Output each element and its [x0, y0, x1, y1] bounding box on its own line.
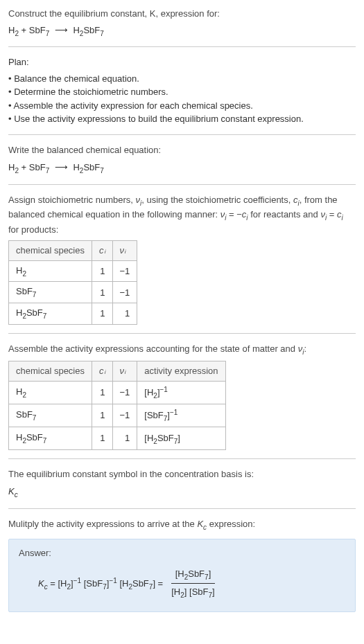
rel2-eq: =	[327, 209, 337, 220]
table-row: SbF7 1 −1	[9, 282, 137, 303]
table-header-row: chemical species cᵢ νᵢ activity expressi…	[9, 361, 226, 382]
kc: K	[8, 486, 15, 497]
den2: [SbF	[189, 587, 208, 597]
sp-a: H	[16, 265, 22, 276]
sp-sub2: 7	[43, 312, 47, 320]
kc-expression: Kc = [H2]−1 [SbF7]−1 [H2SbF7] = [H2SbF7]…	[38, 567, 345, 600]
sp-sub: 7	[33, 291, 37, 298]
th-vi-txt: νᵢ	[120, 245, 126, 256]
th-ci: cᵢ	[92, 241, 113, 261]
multiply-text-b: expression:	[207, 519, 255, 529]
plan-item: Determine the stoichiometric numbers.	[8, 85, 356, 99]
product-1a: H	[73, 162, 79, 172]
assign-text-a: Assign stoichiometric numbers,	[8, 195, 136, 205]
multiply-section: Mulitply the activity expressions to arr…	[8, 517, 356, 533]
th-activity: activity expression	[137, 361, 225, 382]
divider	[8, 46, 356, 47]
product-1b: SbF	[83, 25, 100, 35]
sp-a: SbF	[16, 286, 33, 296]
reaction-equation: H2 + SbF7 ⟶ H2SbF7	[8, 24, 356, 39]
act-close: ]	[177, 433, 180, 443]
kc-sub: c	[15, 491, 18, 499]
kc-fraction: [H2SbF7] [H2] [SbF7]	[167, 567, 218, 600]
sp-a: H	[16, 386, 22, 397]
cell-species: H2	[9, 381, 92, 404]
arrow-icon: ⟶	[55, 24, 68, 37]
sp-sub: 2	[22, 391, 26, 399]
num-close: ]	[209, 569, 211, 579]
eq2: =	[155, 578, 163, 589]
num-mid: SbF	[188, 569, 205, 579]
table-row: H2SbF7 1 1 [H2SbF7]	[9, 427, 226, 449]
table-row: H2 1 −1 [H2]−1	[9, 381, 226, 404]
plan-title: Plan:	[8, 55, 356, 69]
cell-activity: [SbF7]−1	[137, 404, 225, 427]
reactant-2: SbF	[29, 162, 46, 172]
answer-label: Answer:	[19, 546, 345, 560]
reactant-1: H	[8, 162, 15, 172]
divider	[8, 508, 356, 509]
t1: [H	[58, 578, 67, 589]
sp-a: H	[16, 307, 22, 318]
assemble-text-b: :	[304, 343, 306, 354]
rel-eq: = −	[226, 209, 241, 220]
table-header-row: chemical species cᵢ νᵢ	[9, 241, 137, 261]
plus-sign: +	[19, 162, 29, 172]
cell-activity: [H2SbF7]	[137, 427, 225, 449]
table-row: H2SbF7 1 1	[9, 303, 137, 325]
balanced-section: Write the balanced chemical equation: H2…	[8, 143, 356, 176]
cell-vi: −1	[112, 260, 137, 282]
den1: [H	[171, 587, 180, 597]
t3-mid: SbF	[132, 578, 149, 589]
reactant-1: H	[8, 25, 15, 35]
product-1b-sub: 7	[100, 29, 104, 37]
plan-item: Use the activity expressions to build th…	[8, 112, 356, 126]
cell-species: H2SbF7	[9, 427, 92, 449]
t2-sup: −1	[109, 577, 116, 584]
product-1b-sub: 7	[100, 167, 104, 175]
kc: K	[197, 519, 203, 529]
intro-line: Construct the equilibrium constant, K, e…	[8, 7, 356, 21]
act-sup: −1	[160, 386, 168, 393]
intro-text: Construct the equilibrium constant, K, e…	[8, 8, 220, 19]
stoich-table: chemical species cᵢ νᵢ H2 1 −1 SbF7 1 −1…	[8, 240, 137, 324]
multiply-text: Mulitply the activity expressions to arr…	[8, 517, 356, 533]
assign-text-b: , using the stoichiometric coefficients,	[141, 195, 293, 205]
balanced-equation: H2 + SbF7 ⟶ H2SbF7	[8, 161, 356, 176]
cell-ci: 1	[92, 303, 113, 325]
assemble-section: Assemble the activity expressions accoun…	[8, 342, 356, 450]
cell-activity: [H2]−1	[137, 381, 225, 404]
assemble-title: Assemble the activity expressions accoun…	[8, 342, 356, 357]
eq: =	[48, 578, 58, 589]
cell-species: SbF7	[9, 282, 92, 303]
sp-sub: 7	[33, 413, 37, 421]
reactant-2-sub: 7	[46, 29, 50, 37]
cell-ci: 1	[92, 260, 113, 282]
table-row: H2 1 −1	[9, 260, 137, 282]
th-vi: νᵢ	[112, 361, 137, 382]
arrow-icon: ⟶	[55, 161, 68, 175]
divider	[8, 333, 356, 334]
rel2-c-sub: i	[341, 214, 343, 222]
activity-table: chemical species cᵢ νᵢ activity expressi…	[8, 361, 226, 449]
reactant-2: SbF	[29, 25, 46, 35]
th-species: chemical species	[9, 361, 92, 382]
product-1a: H	[73, 25, 79, 35]
cell-species: H2	[9, 260, 92, 282]
cell-species: SbF7	[9, 404, 92, 427]
den2-close: ]	[212, 587, 215, 597]
th-ci-txt: cᵢ	[99, 245, 105, 256]
kc-symbol: Kc	[8, 485, 356, 500]
plan-item: Assemble the activity expression for eac…	[8, 99, 356, 113]
assemble-text-a: Assemble the activity expressions accoun…	[8, 343, 298, 354]
th-ci: cᵢ	[92, 361, 113, 382]
cell-ci: 1	[92, 427, 113, 449]
t1-sup: −1	[73, 577, 81, 584]
divider	[8, 134, 356, 135]
act-sup: −1	[170, 409, 177, 416]
assign-text: Assign stoichiometric numbers, νi, using…	[8, 193, 356, 237]
kc-lhs: Kc = [H2]−1 [SbF7]−1 [H2SbF7] =	[38, 575, 163, 592]
plan-item: Balance the chemical equation.	[8, 72, 356, 86]
sp-sub: 2	[22, 269, 26, 277]
sp-a: H	[16, 432, 22, 442]
